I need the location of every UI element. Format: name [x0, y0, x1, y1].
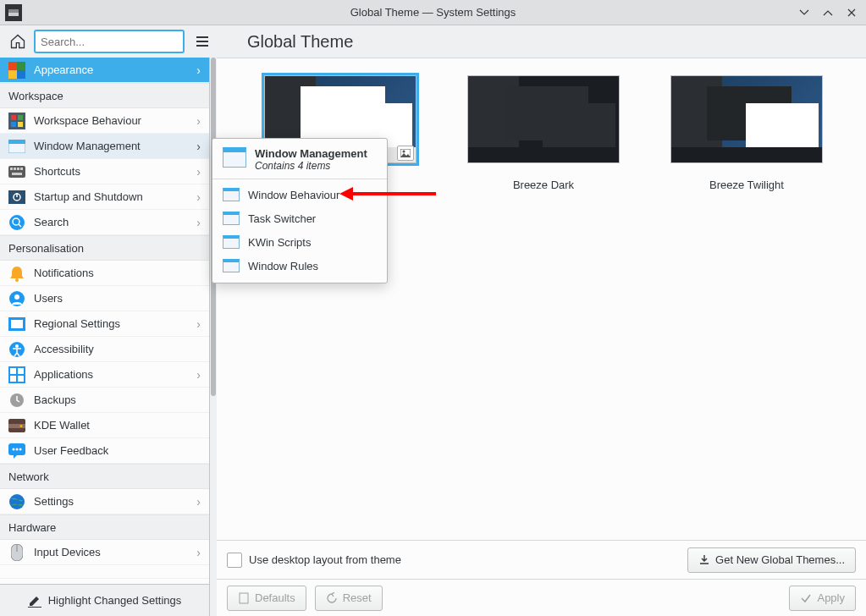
sidebar-item-input-devices[interactable]: Input Devices › [0, 540, 209, 565]
svg-point-41 [16, 448, 19, 450]
globe-icon [8, 493, 25, 510]
search-input[interactable] [34, 30, 185, 53]
sidebar-item-kde-wallet[interactable]: KDE Wallet [0, 413, 209, 438]
svg-point-42 [19, 448, 22, 450]
popup-title: Window Management [255, 147, 367, 160]
minimize-button[interactable] [798, 7, 810, 19]
window-icon [223, 188, 240, 201]
popup-subtitle: Contains 4 items [255, 160, 367, 172]
apply-button[interactable]: Apply [789, 586, 856, 611]
home-button[interactable] [7, 30, 29, 52]
window-icon [223, 259, 240, 272]
chevron-right-icon: › [196, 140, 201, 153]
category-hardware: Hardware [0, 514, 209, 540]
svg-point-23 [15, 278, 19, 282]
popup-item-task-switcher[interactable]: Task Switcher [212, 206, 387, 230]
theme-label: Breeze Dark [513, 179, 574, 191]
svg-rect-16 [12, 173, 22, 175]
chevron-right-icon: › [196, 190, 201, 204]
svg-rect-15 [20, 168, 23, 170]
download-icon [698, 554, 710, 566]
svg-rect-49 [240, 593, 248, 603]
search-icon [8, 214, 25, 231]
svg-rect-14 [17, 168, 19, 170]
theme-thumbnail [467, 75, 620, 163]
sidebar-item-users[interactable]: Users [0, 286, 209, 311]
maximize-button[interactable] [822, 7, 834, 19]
sidebar-item-regional[interactable]: Regional Settings › [0, 311, 209, 337]
wallet-icon [8, 417, 25, 434]
action-bar: Defaults Reset Apply [217, 579, 866, 616]
svg-point-48 [403, 151, 405, 153]
window-management-popup: Window Management Contains 4 items Windo… [212, 138, 388, 283]
menu-button[interactable] [191, 30, 213, 52]
highlight-changed-button[interactable]: Highlight Changed Settings [0, 584, 209, 616]
app-icon [5, 4, 22, 21]
chevron-right-icon: › [196, 216, 201, 229]
check-icon [800, 592, 812, 604]
svg-rect-5 [11, 115, 16, 120]
options-bar: Use desktop layout from theme Get New Gl… [217, 540, 866, 579]
popup-header: Window Management Contains 4 items [212, 144, 387, 179]
titlebar: Global Theme — System Settings [0, 0, 866, 25]
startup-shutdown-icon [8, 189, 25, 206]
svg-point-25 [14, 294, 19, 300]
sidebar-item-notifications[interactable]: Notifications [0, 261, 209, 286]
sidebar-item-backups[interactable]: Backups [0, 388, 209, 413]
svg-rect-13 [14, 168, 16, 170]
sidebar-item-startup-shutdown[interactable]: Startup and Shutdown › [0, 184, 209, 210]
svg-rect-2 [17, 70, 25, 79]
use-desktop-layout-checkbox[interactable]: Use desktop layout from theme [227, 553, 401, 568]
chevron-right-icon: › [196, 495, 201, 509]
popup-item-kwin-scripts[interactable]: KWin Scripts [212, 230, 387, 254]
svg-point-20 [9, 215, 25, 230]
sidebar-item-network-settings[interactable]: Settings › [0, 489, 209, 514]
chevron-right-icon: › [196, 546, 201, 559]
sidebar-item-search[interactable]: Search › [0, 210, 209, 235]
svg-point-38 [20, 425, 23, 427]
popup-item-window-behaviour[interactable]: Window Behaviour [212, 183, 387, 206]
sidebar-item-clipped[interactable] [0, 565, 209, 579]
document-icon [238, 592, 250, 604]
page-title: Global Theme [247, 32, 353, 52]
svg-rect-34 [18, 376, 24, 382]
chevron-right-icon: › [196, 165, 201, 179]
popup-item-window-rules[interactable]: Window Rules [212, 254, 387, 278]
category-personalisation: Personalisation [0, 235, 209, 261]
preview-image-button[interactable] [397, 146, 414, 161]
sidebar-item-appearance[interactable]: Appearance › [0, 58, 209, 83]
sidebar-item-shortcuts[interactable]: Shortcuts › [0, 159, 209, 184]
sidebar-item-applications[interactable]: Applications › [0, 362, 209, 388]
reset-button[interactable]: Reset [315, 586, 383, 611]
svg-rect-10 [8, 140, 25, 144]
svg-rect-1 [8, 70, 17, 79]
svg-rect-12 [10, 168, 13, 170]
close-button[interactable] [846, 7, 858, 19]
svg-rect-6 [18, 115, 23, 120]
sidebar-item-accessibility[interactable]: Accessibility [0, 337, 209, 362]
svg-rect-33 [10, 376, 16, 382]
backups-icon [8, 392, 25, 409]
svg-rect-7 [11, 122, 16, 127]
window-title: Global Theme — System Settings [0, 6, 866, 19]
sidebar-item-workspace-behaviour[interactable]: Workspace Behaviour › [0, 108, 209, 134]
theme-breeze-dark[interactable]: Breeze Dark [467, 75, 620, 191]
applications-icon [8, 366, 25, 383]
reset-icon [326, 592, 338, 604]
svg-rect-31 [10, 368, 16, 374]
feedback-icon [8, 443, 25, 459]
theme-label: Breeze Twilight [709, 179, 784, 191]
sidebar-item-user-feedback[interactable]: User Feedback [0, 438, 209, 464]
svg-rect-27 [11, 320, 23, 328]
theme-breeze-twilight[interactable]: Breeze Twilight [670, 75, 823, 191]
sidebar-item-window-management[interactable]: Window Management › [0, 134, 209, 159]
window-icon [223, 212, 240, 225]
chevron-right-icon: › [196, 63, 201, 77]
workspace-behaviour-icon [8, 113, 25, 129]
defaults-button[interactable]: Defaults [227, 586, 306, 611]
get-new-themes-button[interactable]: Get New Global Themes... [687, 547, 856, 573]
users-icon [8, 290, 25, 307]
toolbar: Global Theme [0, 25, 866, 58]
category-network: Network [0, 464, 209, 489]
chevron-right-icon: › [196, 114, 201, 128]
